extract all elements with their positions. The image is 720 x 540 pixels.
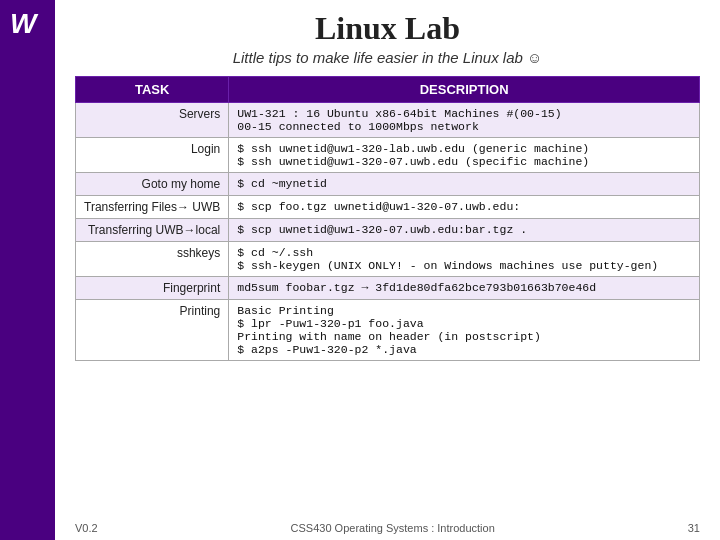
desc-cell: $ cd ~mynetid bbox=[229, 173, 700, 196]
table-row: Goto my home$ cd ~mynetid bbox=[76, 173, 700, 196]
task-cell: sshkeys bbox=[76, 242, 229, 277]
desc-cell: $ scp foo.tgz uwnetid@uw1-320-07.uwb.edu… bbox=[229, 196, 700, 219]
task-cell: Login bbox=[76, 138, 229, 173]
course-label: CSS430 Operating Systems : Introduction bbox=[291, 522, 495, 534]
w-logo: W bbox=[10, 8, 36, 40]
desc-cell: $ ssh uwnetid@uw1-320-lab.uwb.edu (gener… bbox=[229, 138, 700, 173]
task-cell: Goto my home bbox=[76, 173, 229, 196]
table-row: PrintingBasic Printing$ lpr -Puw1-320-p1… bbox=[76, 300, 700, 361]
desc-cell: $ scp uwnetid@uw1-320-07.uwb.edu:bar.tgz… bbox=[229, 219, 700, 242]
page-number: 31 bbox=[688, 522, 700, 534]
description-header: DESCRIPTION bbox=[229, 77, 700, 103]
task-cell: Printing bbox=[76, 300, 229, 361]
desc-cell: UW1-321 : 16 Ubuntu x86-64bit Machines #… bbox=[229, 103, 700, 138]
version-label: V0.2 bbox=[75, 522, 98, 534]
desc-cell: Basic Printing$ lpr -Puw1-320-p1 foo.jav… bbox=[229, 300, 700, 361]
page-subtitle: Little tips to make life easier in the L… bbox=[75, 49, 700, 66]
task-header: TASK bbox=[76, 77, 229, 103]
task-cell: Transferring UWB→local bbox=[76, 219, 229, 242]
table-row: Transferring UWB→local$ scp uwnetid@uw1-… bbox=[76, 219, 700, 242]
table-row: Fingerprintmd5sum foobar.tgz → 3fd1de80d… bbox=[76, 277, 700, 300]
desc-cell: $ cd ~/.ssh$ ssh-keygen (UNIX ONLY! - on… bbox=[229, 242, 700, 277]
table-row: Transferring Files→ UWB$ scp foo.tgz uwn… bbox=[76, 196, 700, 219]
table-row: sshkeys$ cd ~/.ssh$ ssh-keygen (UNIX ONL… bbox=[76, 242, 700, 277]
desc-cell: md5sum foobar.tgz → 3fd1de80dfa62bce793b… bbox=[229, 277, 700, 300]
task-cell: Fingerprint bbox=[76, 277, 229, 300]
task-cell: Transferring Files→ UWB bbox=[76, 196, 229, 219]
linux-lab-table: TASK DESCRIPTION ServersUW1-321 : 16 Ubu… bbox=[75, 76, 700, 361]
table-row: ServersUW1-321 : 16 Ubuntu x86-64bit Mac… bbox=[76, 103, 700, 138]
page-title: Linux Lab bbox=[75, 10, 700, 47]
footer: V0.2 CSS430 Operating Systems : Introduc… bbox=[55, 522, 720, 534]
task-cell: Servers bbox=[76, 103, 229, 138]
main-content: Linux Lab Little tips to make life easie… bbox=[55, 0, 720, 540]
table-row: Login$ ssh uwnetid@uw1-320-lab.uwb.edu (… bbox=[76, 138, 700, 173]
